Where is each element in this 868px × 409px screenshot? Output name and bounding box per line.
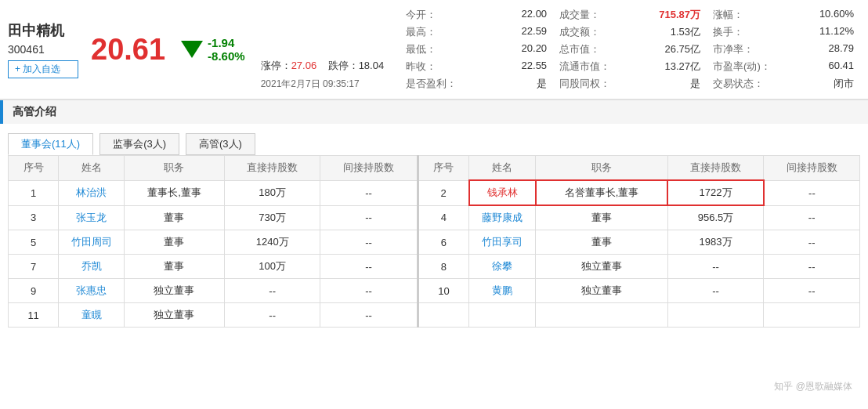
row-direct-right: 1722万 (667, 180, 764, 205)
section-title: 高管介绍 (0, 100, 868, 124)
col-name-left: 姓名 (59, 156, 125, 181)
row-no-right: 4 (418, 205, 469, 230)
row-role-left: 董事 (124, 255, 224, 279)
row-no-left: 11 (9, 303, 59, 328)
stat-high: 最高： 22.59 (400, 24, 553, 41)
row-direct-left: 180万 (224, 180, 320, 205)
row-no-left: 7 (9, 255, 59, 279)
stats-grid: 今开： 22.00 最高： 22.59 最低： 20.20 昨收： 22.55 … (400, 6, 860, 92)
limit-up-value: 27.06 (291, 60, 317, 71)
row-indirect-left: -- (320, 180, 418, 205)
stats-col-3: 涨幅： 10.60% 换手： 11.12% 市净率： 28.79 市盈率(动)：… (707, 6, 860, 92)
tab-supervisory[interactable]: 监事会(3人) (99, 133, 179, 155)
row-indirect-left: -- (320, 303, 418, 328)
tab-board[interactable]: 董事会(11人) (8, 133, 93, 155)
row-indirect-left: -- (320, 205, 418, 230)
row-no-right: 8 (418, 255, 469, 279)
row-name-right[interactable]: 钱承林 (469, 180, 536, 205)
stat-low: 最低： 20.20 (400, 41, 553, 58)
row-name-right[interactable]: 藤野康成 (469, 205, 536, 230)
row-indirect-right: -- (764, 279, 860, 303)
row-no-right: 2 (418, 180, 469, 205)
stat-prev-close: 昨收： 22.55 (400, 58, 553, 75)
datetime: 2021年2月7日 09:35:17 (261, 78, 385, 91)
stat-amount: 成交额： 1.53亿 (553, 24, 707, 41)
row-name-right[interactable]: 黄鹏 (469, 279, 536, 303)
row-role-right: 董事 (536, 230, 667, 255)
stat-pe: 市盈率(动)： 60.41 (707, 58, 860, 75)
row-name-right[interactable]: 竹田享司 (469, 230, 536, 255)
row-indirect-right: -- (764, 230, 860, 255)
row-role-right: 独立董事 (536, 255, 667, 279)
stat-open: 今开： 22.00 (400, 6, 553, 24)
executives-table-wrapper: 序号 姓名 职务 直接持股数 间接持股数 序号 姓名 职务 直接持股数 间接持股… (0, 155, 868, 328)
table-row: 7乔凯董事100万--8徐攀独立董事---- (9, 255, 860, 279)
col-indirect-left: 间接持股数 (320, 156, 418, 181)
row-direct-left: -- (224, 279, 320, 303)
change-section: -1.94 -8.60% (181, 6, 245, 92)
row-role-right: 名誉董事长,董事 (536, 180, 667, 205)
row-role-left: 董事 (124, 230, 224, 255)
row-no-left: 9 (9, 279, 59, 303)
row-direct-right: -- (667, 255, 764, 279)
row-role-left: 独立董事 (124, 279, 224, 303)
stock-header: 田中精机 300461 + 加入自选 20.61 -1.94 -8.60% 涨停… (0, 0, 868, 100)
col-no-left: 序号 (9, 156, 59, 181)
row-indirect-left: -- (320, 230, 418, 255)
row-no-left: 5 (9, 230, 59, 255)
main-price: 20.61 (91, 34, 165, 64)
row-role-left: 独立董事 (124, 303, 224, 328)
table-header-row: 序号 姓名 职务 直接持股数 间接持股数 序号 姓名 职务 直接持股数 间接持股… (9, 156, 860, 181)
tab-executives[interactable]: 高管(3人) (186, 133, 255, 155)
row-role-left: 董事 (124, 205, 224, 230)
stat-trade-status: 交易状态： 闭市 (707, 75, 860, 92)
row-no-right: 10 (418, 279, 469, 303)
row-indirect-left: -- (320, 279, 418, 303)
col-role-left: 职务 (124, 156, 224, 181)
row-role-left: 董事长,董事 (124, 180, 224, 205)
limit-up-row: 涨停：27.06 跌停：18.04 (261, 59, 385, 73)
row-no-left: 3 (9, 205, 59, 230)
change-percent: -8.60% (208, 49, 245, 63)
stat-circ-cap: 流通市值： 13.27亿 (553, 58, 707, 75)
row-no-left: 1 (9, 180, 59, 205)
row-direct-left: 730万 (224, 205, 320, 230)
limit-up-label: 涨停： (261, 60, 291, 71)
price-section: 20.61 (91, 6, 165, 92)
stat-same-rights: 同股同权： 是 (553, 75, 707, 92)
stats-col-1: 今开： 22.00 最高： 22.59 最低： 20.20 昨收： 22.55 … (400, 6, 553, 92)
table-row: 11童瞡独立董事---- (9, 303, 860, 328)
add-watchlist-button[interactable]: + 加入自选 (8, 60, 78, 78)
row-name-left[interactable]: 童瞡 (59, 303, 125, 328)
table-row: 9张惠忠独立董事----10黄鹏独立董事---- (9, 279, 860, 303)
row-name-right[interactable]: 徐攀 (469, 255, 536, 279)
table-row: 5竹田周司董事1240万--6竹田享司董事1983万-- (9, 230, 860, 255)
row-indirect-right: -- (764, 180, 860, 205)
stat-turnover: 换手： 11.12% (707, 24, 860, 41)
row-indirect-right: -- (764, 205, 860, 230)
stat-change-range: 涨幅： 10.60% (707, 6, 860, 24)
row-no-right: 6 (418, 230, 469, 255)
row-direct-left: 100万 (224, 255, 320, 279)
row-direct-left: 1240万 (224, 230, 320, 255)
col-name-right: 姓名 (469, 156, 536, 181)
limit-section: 涨停：27.06 跌停：18.04 2021年2月7日 09:35:17 (261, 6, 385, 92)
tabs-container: 董事会(11人) 监事会(3人) 高管(3人) (0, 124, 868, 155)
limit-down-value: 18.04 (359, 60, 385, 71)
col-no-right: 序号 (418, 156, 469, 181)
col-indirect-right: 间接持股数 (764, 156, 860, 181)
row-direct-left: -- (224, 303, 320, 328)
col-direct-left: 直接持股数 (224, 156, 320, 181)
row-role-right: 独立董事 (536, 279, 667, 303)
executives-table: 序号 姓名 职务 直接持股数 间接持股数 序号 姓名 职务 直接持股数 间接持股… (8, 155, 860, 328)
limit-down-label: 跌停： (328, 60, 359, 71)
row-name-left[interactable]: 竹田周司 (59, 230, 125, 255)
row-direct-right: 956.5万 (667, 205, 764, 230)
row-name-left[interactable]: 林治洪 (59, 180, 125, 205)
stat-volume: 成交量： 715.87万 (553, 6, 707, 24)
stock-name: 田中精机 (8, 21, 78, 40)
row-indirect-right: -- (764, 255, 860, 279)
row-name-left[interactable]: 张惠忠 (59, 279, 125, 303)
row-name-left[interactable]: 乔凯 (59, 255, 125, 279)
row-name-left[interactable]: 张玉龙 (59, 205, 125, 230)
